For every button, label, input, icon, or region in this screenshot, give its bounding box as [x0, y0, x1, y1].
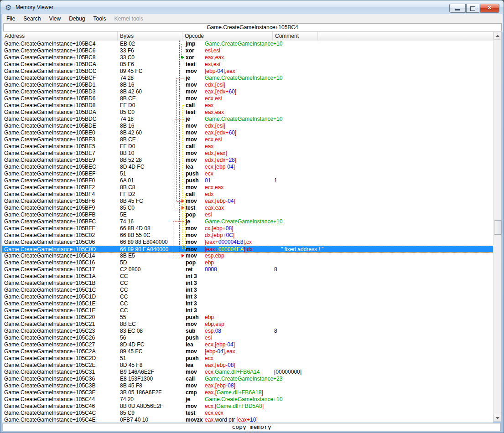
address-cell: Game.CreateGameInstance+105BC8 — [4, 54, 95, 61]
disasm-row[interactable]: Game.CreateGameInstance+105BCF74 28jeGam… — [2, 75, 493, 82]
disasm-row[interactable]: Game.CreateGameInstance+105C1BCCint 3 — [2, 280, 493, 287]
disasm-row[interactable]: Game.CreateGameInstance+105BD68B CEmovec… — [2, 95, 493, 102]
disasm-row[interactable]: Game.CreateGameInstance+105BEF51pushecx — [2, 170, 493, 177]
disasm-row[interactable]: Game.CreateGameInstance+105C218B ECmoveb… — [2, 321, 493, 328]
disasm-row[interactable]: Game.CreateGameInstance+105C4C85 C9teste… — [2, 410, 493, 417]
disasm-row[interactable]: Game.CreateGameInstance+105BFB5Epopesi — [2, 211, 493, 218]
header-cell-opcode[interactable]: Opcode — [182, 32, 273, 41]
disasm-row[interactable]: Game.CreateGameInstance+105BDE8B 16moved… — [2, 123, 493, 129]
address-cell: Game.CreateGameInstance+105C4E — [4, 417, 95, 423]
disasm-row[interactable]: Game.CreateGameInstance+105C3B8B 45 F8mo… — [2, 382, 493, 389]
disasm-row[interactable]: Game.CreateGameInstance+105BE98B 52 28mo… — [2, 157, 493, 164]
operand-cell: ecx,ecx — [205, 410, 223, 417]
opcode-cell: int 3 — [186, 280, 197, 287]
opcode-cell: mov — [186, 403, 197, 410]
disasm-row[interactable]: Game.CreateGameInstance+105BC833 C0xorea… — [2, 54, 493, 61]
opcode-cell: lea — [186, 164, 193, 170]
scroll-thumb[interactable] — [494, 220, 502, 235]
address-display[interactable]: Game.CreateGameInstance+105BC4 — [3, 23, 502, 31]
disasm-row[interactable]: Game.CreateGameInstance+105BF28B C8movec… — [2, 184, 493, 191]
disasm-row[interactable]: Game.CreateGameInstance+105BCA85 F6teste… — [2, 61, 493, 68]
disasm-row[interactable]: Game.CreateGameInstance+105C2055pushebp — [2, 314, 493, 321]
address-cell: Game.CreateGameInstance+105BF6 — [4, 198, 95, 205]
disassembly-listing[interactable]: Game.CreateGameInstance+105BC4EB 02jmpGa… — [2, 41, 493, 423]
disasm-row[interactable]: Game.CreateGameInstance+105C0666 89 88 E… — [2, 239, 493, 246]
scroll-down-button[interactable] — [494, 414, 501, 422]
disasm-row[interactable]: Game.CreateGameInstance+105C1ACCint 3 — [2, 273, 493, 280]
bytes-cell: 8B 52 28 — [120, 157, 142, 164]
disasm-row[interactable]: Game.CreateGameInstance+105C1DCCint 3 — [2, 294, 493, 300]
disasm-row[interactable]: Game.CreateGameInstance+105BD8FF D0calle… — [2, 102, 493, 109]
disasm-row[interactable]: Game.CreateGameInstance+105BF985 C0teste… — [2, 205, 493, 211]
disasm-row[interactable]: Game.CreateGameInstance+105BC4EB 02jmpGa… — [2, 41, 493, 47]
disasm-row[interactable]: Game.CreateGameInstance+105BF4FF D2calle… — [2, 191, 493, 198]
address-cell: Game.CreateGameInstance+105BF2 — [4, 184, 95, 191]
disasm-row[interactable]: Game.CreateGameInstance+105BDC74 18jeGam… — [2, 116, 493, 123]
disasm-row[interactable]: Game.CreateGameInstance+105C1CCCint 3 — [2, 287, 493, 294]
title-bar[interactable]: ⚙ Memory Viewer ✕ — [0, 0, 504, 14]
disasm-row[interactable]: Game.CreateGameInstance+105C2D51pushecx — [2, 355, 493, 362]
disasm-row[interactable]: Game.CreateGameInstance+105C2A89 45 FCmo… — [2, 348, 493, 355]
disasm-row[interactable]: Game.CreateGameInstance+105C4474 20jeGam… — [2, 396, 493, 403]
header-cell-comment[interactable]: Comment — [273, 32, 318, 41]
disasm-row[interactable]: Game.CreateGameInstance+105C2E8D 45 F8le… — [2, 362, 493, 369]
disasm-row[interactable]: Game.CreateGameInstance+105C3E3B 05 186A… — [2, 389, 493, 396]
disasm-row[interactable]: Game.CreateGameInstance+105C31B9 146A6E2… — [2, 369, 493, 376]
disasm-row[interactable]: Game.CreateGameInstance+105C1FCCint 3 — [2, 307, 493, 314]
disasm-row[interactable]: Game.CreateGameInstance+105C165Dpopebp — [2, 259, 493, 266]
bytes-cell: 89 45 FC — [120, 348, 142, 355]
bytes-cell: 66 8B 55 0C — [120, 232, 151, 239]
scroll-up-button[interactable] — [494, 32, 501, 40]
header-cell-bytes[interactable]: Bytes — [118, 32, 182, 41]
maximize-button[interactable] — [466, 4, 479, 13]
address-cell: Game.CreateGameInstance+105C23 — [4, 328, 95, 335]
disasm-row[interactable]: Game.CreateGameInstance+105C2656pushesi — [2, 335, 493, 341]
disasm-row[interactable]: Game.CreateGameInstance+105C36E8 153F130… — [2, 376, 493, 382]
column-header: AddressBytesOpcodeComment — [2, 32, 493, 41]
vertical-scrollbar[interactable] — [493, 32, 501, 422]
menu-item-debug[interactable]: Debug — [65, 15, 89, 23]
copy-memory-button[interactable]: copy memory — [3, 423, 500, 431]
opcode-cell: mov — [186, 198, 197, 205]
menu-item-search[interactable]: Search — [19, 15, 45, 23]
minimize-button[interactable] — [449, 4, 466, 13]
disasm-row[interactable]: Game.CreateGameInstance+105BC633 F6xores… — [2, 47, 493, 54]
disasm-row[interactable]: Game.CreateGameInstance+105C148B E5moves… — [2, 253, 493, 259]
bytes-cell: 66 8B 4D 08 — [120, 225, 151, 232]
disasm-row[interactable]: Game.CreateGameInstance+105C0D66 89 90 E… — [2, 246, 493, 253]
disasm-row[interactable]: Game.CreateGameInstance+105BCC89 45 FCmo… — [2, 68, 493, 75]
disasm-row[interactable]: Game.CreateGameInstance+105C17C2 0800ret… — [2, 266, 493, 273]
close-button[interactable]: ✕ — [480, 4, 499, 13]
disasm-row[interactable]: Game.CreateGameInstance+105BE08B 42 60mo… — [2, 129, 493, 136]
opcode-cell: lea — [186, 362, 193, 369]
menu-item-view[interactable]: View — [45, 15, 65, 23]
disasm-row[interactable]: Game.CreateGameInstance+105BDA85 C0teste… — [2, 109, 493, 116]
disasm-row[interactable]: Game.CreateGameInstance+105C278D 4D FCle… — [2, 341, 493, 348]
disasm-row[interactable]: Game.CreateGameInstance+105BE5FF D0calle… — [2, 143, 493, 150]
disasm-row[interactable]: Game.CreateGameInstance+105C0266 8B 55 0… — [2, 232, 493, 239]
opcode-cell: xor — [186, 47, 194, 54]
disasm-row[interactable]: Game.CreateGameInstance+105BFE66 8B 4D 0… — [2, 225, 493, 232]
disasm-row[interactable]: Game.CreateGameInstance+105C4E0FB7 40 10… — [2, 417, 493, 423]
disasm-row[interactable]: Game.CreateGameInstance+105BE38B CEmovec… — [2, 136, 493, 143]
disasm-row[interactable]: Game.CreateGameInstance+105BE78B 10moved… — [2, 150, 493, 157]
disasm-row[interactable]: Game.CreateGameInstance+105BD38B 42 60mo… — [2, 88, 493, 95]
address-cell: Game.CreateGameInstance+105C1D — [4, 294, 96, 300]
bytes-cell: EB 02 — [120, 41, 135, 47]
disasm-row[interactable]: Game.CreateGameInstance+105BD18B 16moved… — [2, 82, 493, 88]
menu-item-tools[interactable]: Tools — [89, 15, 110, 23]
disasm-row[interactable]: Game.CreateGameInstance+105C468B 0D A8D5… — [2, 403, 493, 410]
disasm-row[interactable]: Game.CreateGameInstance+105BF68B 45 FCmo… — [2, 198, 493, 205]
header-cell-empty[interactable] — [318, 32, 493, 41]
disasm-row[interactable]: Game.CreateGameInstance+105BF06A 01push0… — [2, 177, 493, 184]
menu-item-file[interactable]: File — [2, 15, 19, 23]
disasm-row[interactable]: Game.CreateGameInstance+105BEC8D 4D FCle… — [2, 164, 493, 170]
disasm-row[interactable]: Game.CreateGameInstance+105C1ECCint 3 — [2, 300, 493, 307]
disasm-row[interactable]: Game.CreateGameInstance+105C2383 EC 08su… — [2, 328, 493, 335]
jump-line-connector — [177, 201, 182, 201]
bytes-cell: CC — [120, 307, 128, 314]
disasm-row[interactable]: Game.CreateGameInstance+105BFC74 16jeGam… — [2, 218, 493, 225]
jump-line-connector — [175, 208, 182, 208]
header-cell-address[interactable]: Address — [2, 32, 118, 41]
opcode-cell: movzx — [186, 417, 203, 423]
